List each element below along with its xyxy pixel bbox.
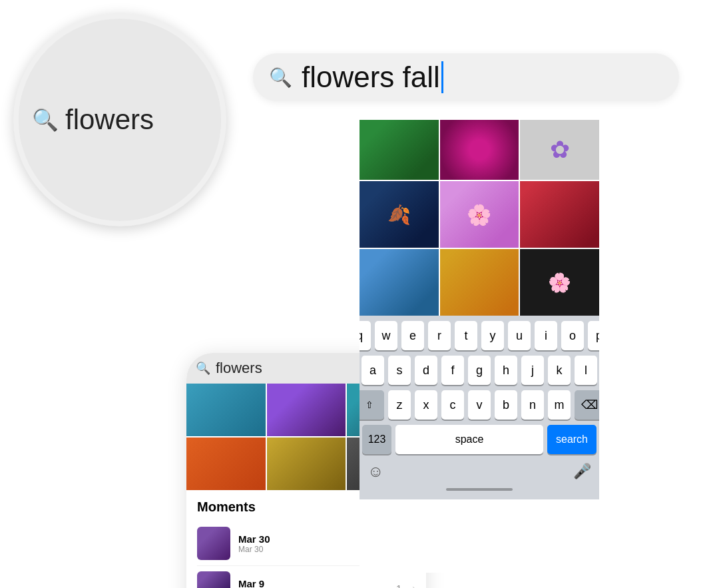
key-f[interactable]: f: [441, 356, 464, 385]
magnifier-search-icon: 🔍: [32, 107, 59, 133]
key-g[interactable]: g: [468, 356, 491, 385]
keyboard-row-1: q w e r t y u i o p: [362, 321, 597, 350]
search-result-photo[interactable]: [520, 120, 599, 180]
search-results-row-1: [360, 120, 599, 180]
magnifier-circle: 🔍 flowers: [13, 13, 226, 226]
key-u[interactable]: u: [508, 321, 531, 350]
search-results-row-3: [360, 249, 599, 316]
key-i[interactable]: i: [535, 321, 557, 350]
chevron-right-icon: ›: [412, 583, 415, 588]
search-result-photo[interactable]: [440, 120, 519, 180]
search-result-photo[interactable]: [520, 181, 599, 248]
key-w[interactable]: w: [375, 321, 397, 350]
moment-info: Mar 9 Mar 9: [238, 578, 388, 589]
key-d[interactable]: d: [415, 356, 437, 385]
search-result-photo[interactable]: [440, 181, 519, 248]
key-t[interactable]: t: [455, 321, 477, 350]
key-n[interactable]: n: [521, 390, 544, 420]
photo-cell: [186, 438, 266, 490]
key-c[interactable]: c: [441, 390, 464, 420]
top-search-input-display: flowers fall: [302, 61, 443, 94]
emoji-key[interactable]: ☺: [367, 462, 384, 481]
space-key[interactable]: space: [395, 425, 543, 454]
moment-date-main: Mar 9: [238, 578, 388, 589]
keyboard-row-2: a s d f g h j k l: [362, 356, 597, 385]
search-result-photo[interactable]: [440, 249, 519, 316]
moment-thumbnail: [197, 571, 230, 588]
phone-search-query: flowers: [216, 360, 262, 377]
right-phone-area: q w e r t y u i o p a s d f g h j k l ⇧ …: [360, 120, 599, 573]
key-z[interactable]: z: [388, 390, 411, 420]
keyboard-bottom-row: 123 space search: [362, 425, 597, 454]
keyboard-emoji-row: ☺ 🎤: [362, 459, 597, 482]
microphone-key[interactable]: 🎤: [573, 463, 591, 480]
key-p[interactable]: p: [588, 321, 599, 350]
moment-count: 1: [396, 583, 401, 589]
home-indicator: [362, 482, 597, 497]
key-m[interactable]: m: [548, 390, 571, 420]
search-result-photo[interactable]: [360, 249, 439, 316]
moments-title: Moments: [197, 499, 256, 515]
key-x[interactable]: x: [415, 390, 437, 420]
search-result-photo[interactable]: [360, 120, 439, 180]
top-search-bar[interactable]: 🔍 flowers fall: [253, 53, 679, 101]
keyboard-row-3: ⇧ z x c v b n m ⌫: [362, 390, 597, 420]
keyboard: q w e r t y u i o p a s d f g h j k l ⇧ …: [360, 316, 599, 499]
search-results-row-2: [360, 181, 599, 248]
top-search-icon: 🔍: [269, 67, 292, 89]
top-search-text-value: flowers fall: [302, 61, 440, 94]
search-result-photo[interactable]: [520, 249, 599, 316]
key-y[interactable]: y: [481, 321, 504, 350]
key-j[interactable]: j: [521, 356, 544, 385]
key-q[interactable]: q: [360, 321, 371, 350]
moment-thumbnail: [197, 527, 230, 560]
shift-key[interactable]: ⇧: [360, 390, 384, 420]
key-s[interactable]: s: [388, 356, 411, 385]
key-k[interactable]: k: [548, 356, 571, 385]
num-key[interactable]: 123: [362, 425, 391, 454]
key-v[interactable]: v: [468, 390, 491, 420]
search-button[interactable]: search: [547, 425, 597, 454]
photo-cell: [267, 438, 346, 490]
photo-cell: [186, 384, 266, 436]
search-result-photo[interactable]: [360, 181, 439, 248]
key-a[interactable]: a: [361, 356, 384, 385]
photo-cell: [267, 384, 346, 436]
key-l[interactable]: l: [575, 356, 597, 385]
magnifier-search-text: flowers: [65, 104, 154, 136]
home-bar: [446, 488, 513, 491]
text-cursor: [441, 61, 443, 93]
phone-search-icon: 🔍: [196, 361, 210, 376]
backspace-key[interactable]: ⌫: [575, 390, 599, 420]
key-o[interactable]: o: [561, 321, 584, 350]
key-e[interactable]: e: [401, 321, 424, 350]
key-h[interactable]: h: [495, 356, 517, 385]
key-r[interactable]: r: [428, 321, 451, 350]
key-b[interactable]: b: [495, 390, 517, 420]
